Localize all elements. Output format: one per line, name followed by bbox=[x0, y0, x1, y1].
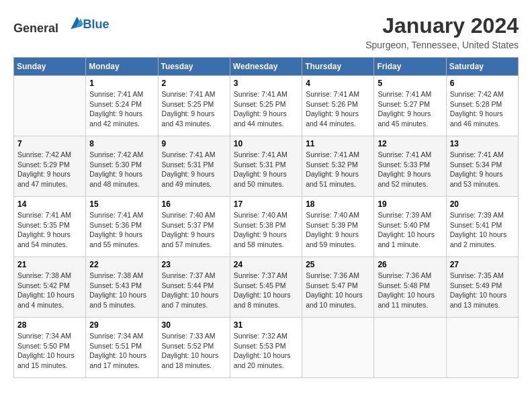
day-info: Sunrise: 7:34 AMSunset: 5:51 PMDaylight:… bbox=[89, 331, 154, 371]
column-header-monday: Monday bbox=[86, 58, 158, 76]
day-number: 11 bbox=[306, 139, 370, 148]
day-info: Sunrise: 7:41 AMSunset: 5:36 PMDaylight:… bbox=[89, 210, 154, 250]
calendar-week-4: 21Sunrise: 7:38 AMSunset: 5:42 PMDayligh… bbox=[14, 257, 519, 318]
day-info: Sunrise: 7:40 AMSunset: 5:37 PMDaylight:… bbox=[162, 210, 226, 250]
day-number: 24 bbox=[234, 260, 298, 269]
day-info: Sunrise: 7:41 AMSunset: 5:26 PMDaylight:… bbox=[306, 89, 370, 129]
day-number: 19 bbox=[378, 199, 442, 209]
day-info: Sunrise: 7:41 AMSunset: 5:31 PMDaylight:… bbox=[234, 150, 298, 189]
calendar-cell: 5Sunrise: 7:41 AMSunset: 5:27 PMDaylight… bbox=[374, 76, 446, 136]
day-number: 5 bbox=[378, 79, 442, 88]
calendar-cell: 15Sunrise: 7:41 AMSunset: 5:36 PMDayligh… bbox=[86, 197, 158, 257]
day-number: 4 bbox=[306, 79, 370, 88]
column-header-saturday: Saturday bbox=[446, 58, 518, 76]
day-number: 30 bbox=[162, 320, 226, 330]
calendar-week-3: 14Sunrise: 7:41 AMSunset: 5:35 PMDayligh… bbox=[14, 197, 519, 257]
calendar-cell: 20Sunrise: 7:39 AMSunset: 5:41 PMDayligh… bbox=[446, 197, 518, 257]
day-number: 16 bbox=[162, 199, 226, 209]
day-info: Sunrise: 7:33 AMSunset: 5:52 PMDaylight:… bbox=[162, 331, 226, 371]
calendar-week-2: 7Sunrise: 7:42 AMSunset: 5:29 PMDaylight… bbox=[14, 136, 519, 197]
calendar-cell: 3Sunrise: 7:41 AMSunset: 5:25 PMDaylight… bbox=[230, 76, 302, 136]
calendar-week-1: 1Sunrise: 7:41 AMSunset: 5:24 PMDaylight… bbox=[14, 76, 519, 136]
day-number: 1 bbox=[89, 79, 154, 88]
calendar-header-row: SundayMondayTuesdayWednesdayThursdayFrid… bbox=[14, 58, 519, 76]
calendar-cell: 9Sunrise: 7:41 AMSunset: 5:31 PMDaylight… bbox=[158, 136, 230, 197]
day-number: 8 bbox=[89, 139, 154, 148]
calendar-cell: 11Sunrise: 7:41 AMSunset: 5:32 PMDayligh… bbox=[302, 136, 374, 197]
calendar-table: SundayMondayTuesdayWednesdayThursdayFrid… bbox=[13, 57, 519, 378]
day-number: 31 bbox=[234, 320, 298, 330]
calendar-cell: 14Sunrise: 7:41 AMSunset: 5:35 PMDayligh… bbox=[14, 197, 86, 257]
day-info: Sunrise: 7:42 AMSunset: 5:29 PMDaylight:… bbox=[17, 150, 82, 189]
day-number: 29 bbox=[89, 320, 154, 330]
calendar-cell: 26Sunrise: 7:36 AMSunset: 5:48 PMDayligh… bbox=[374, 257, 446, 318]
day-info: Sunrise: 7:41 AMSunset: 5:34 PMDaylight:… bbox=[450, 150, 515, 189]
calendar-cell: 31Sunrise: 7:32 AMSunset: 5:53 PMDayligh… bbox=[230, 318, 302, 378]
day-info: Sunrise: 7:41 AMSunset: 5:24 PMDaylight:… bbox=[89, 89, 154, 129]
day-number: 10 bbox=[234, 139, 298, 148]
column-header-tuesday: Tuesday bbox=[158, 58, 230, 76]
calendar-cell bbox=[302, 318, 374, 378]
day-info: Sunrise: 7:41 AMSunset: 5:32 PMDaylight:… bbox=[306, 150, 370, 189]
day-info: Sunrise: 7:38 AMSunset: 5:42 PMDaylight:… bbox=[17, 271, 82, 310]
day-info: Sunrise: 7:41 AMSunset: 5:25 PMDaylight:… bbox=[234, 89, 298, 129]
calendar-cell: 21Sunrise: 7:38 AMSunset: 5:42 PMDayligh… bbox=[14, 257, 86, 318]
day-info: Sunrise: 7:42 AMSunset: 5:30 PMDaylight:… bbox=[89, 150, 154, 189]
column-header-wednesday: Wednesday bbox=[230, 58, 302, 76]
day-number: 3 bbox=[234, 79, 298, 88]
calendar-cell: 13Sunrise: 7:41 AMSunset: 5:34 PMDayligh… bbox=[446, 136, 518, 197]
calendar-cell: 18Sunrise: 7:40 AMSunset: 5:39 PMDayligh… bbox=[302, 197, 374, 257]
calendar-cell: 27Sunrise: 7:35 AMSunset: 5:49 PMDayligh… bbox=[446, 257, 518, 318]
day-number: 21 bbox=[17, 260, 82, 269]
calendar-cell: 8Sunrise: 7:42 AMSunset: 5:30 PMDaylight… bbox=[86, 136, 158, 197]
day-info: Sunrise: 7:39 AMSunset: 5:40 PMDaylight:… bbox=[378, 210, 442, 250]
day-info: Sunrise: 7:34 AMSunset: 5:50 PMDaylight:… bbox=[17, 331, 82, 371]
day-number: 23 bbox=[162, 260, 226, 269]
day-info: Sunrise: 7:32 AMSunset: 5:53 PMDaylight:… bbox=[234, 331, 298, 371]
calendar-cell: 16Sunrise: 7:40 AMSunset: 5:37 PMDayligh… bbox=[158, 197, 230, 257]
day-number: 13 bbox=[450, 139, 515, 148]
calendar-week-5: 28Sunrise: 7:34 AMSunset: 5:50 PMDayligh… bbox=[14, 318, 519, 378]
calendar-cell: 23Sunrise: 7:37 AMSunset: 5:44 PMDayligh… bbox=[158, 257, 230, 318]
logo-blue: Blue bbox=[83, 17, 109, 31]
day-info: Sunrise: 7:37 AMSunset: 5:45 PMDaylight:… bbox=[234, 271, 298, 310]
month-title: January 2024 bbox=[365, 13, 519, 38]
day-number: 18 bbox=[306, 199, 370, 209]
page-header: General Blue January 2024 Spurgeon, Tenn… bbox=[13, 13, 519, 50]
day-number: 6 bbox=[450, 79, 515, 88]
column-header-sunday: Sunday bbox=[14, 58, 86, 76]
calendar-cell bbox=[374, 318, 446, 378]
day-info: Sunrise: 7:40 AMSunset: 5:39 PMDaylight:… bbox=[306, 210, 370, 250]
day-info: Sunrise: 7:42 AMSunset: 5:28 PMDaylight:… bbox=[450, 89, 515, 129]
logo: General Blue bbox=[13, 13, 109, 36]
day-number: 26 bbox=[378, 260, 442, 269]
day-number: 22 bbox=[89, 260, 154, 269]
calendar-cell: 6Sunrise: 7:42 AMSunset: 5:28 PMDaylight… bbox=[446, 76, 518, 136]
calendar-cell: 7Sunrise: 7:42 AMSunset: 5:29 PMDaylight… bbox=[14, 136, 86, 197]
day-number: 20 bbox=[450, 199, 515, 209]
day-number: 2 bbox=[162, 79, 226, 88]
day-number: 15 bbox=[89, 199, 154, 209]
calendar-cell: 29Sunrise: 7:34 AMSunset: 5:51 PMDayligh… bbox=[86, 318, 158, 378]
day-info: Sunrise: 7:41 AMSunset: 5:27 PMDaylight:… bbox=[378, 89, 442, 129]
day-info: Sunrise: 7:40 AMSunset: 5:38 PMDaylight:… bbox=[234, 210, 298, 250]
calendar-cell bbox=[14, 76, 86, 136]
calendar-cell: 30Sunrise: 7:33 AMSunset: 5:52 PMDayligh… bbox=[158, 318, 230, 378]
day-number: 14 bbox=[17, 199, 82, 209]
day-info: Sunrise: 7:41 AMSunset: 5:31 PMDaylight:… bbox=[162, 150, 226, 189]
calendar-cell: 17Sunrise: 7:40 AMSunset: 5:38 PMDayligh… bbox=[230, 197, 302, 257]
logo-icon bbox=[64, 13, 83, 32]
day-info: Sunrise: 7:36 AMSunset: 5:48 PMDaylight:… bbox=[378, 271, 442, 310]
day-info: Sunrise: 7:41 AMSunset: 5:25 PMDaylight:… bbox=[162, 89, 226, 129]
logo-general: General bbox=[13, 21, 58, 35]
calendar-cell: 12Sunrise: 7:41 AMSunset: 5:33 PMDayligh… bbox=[374, 136, 446, 197]
column-header-thursday: Thursday bbox=[302, 58, 374, 76]
location-subtitle: Spurgeon, Tennessee, United States bbox=[365, 40, 519, 50]
column-header-friday: Friday bbox=[374, 58, 446, 76]
day-number: 28 bbox=[17, 320, 82, 330]
calendar-cell: 1Sunrise: 7:41 AMSunset: 5:24 PMDaylight… bbox=[86, 76, 158, 136]
day-number: 27 bbox=[450, 260, 515, 269]
calendar-cell: 19Sunrise: 7:39 AMSunset: 5:40 PMDayligh… bbox=[374, 197, 446, 257]
day-info: Sunrise: 7:36 AMSunset: 5:47 PMDaylight:… bbox=[306, 271, 370, 310]
calendar-cell bbox=[446, 318, 518, 378]
